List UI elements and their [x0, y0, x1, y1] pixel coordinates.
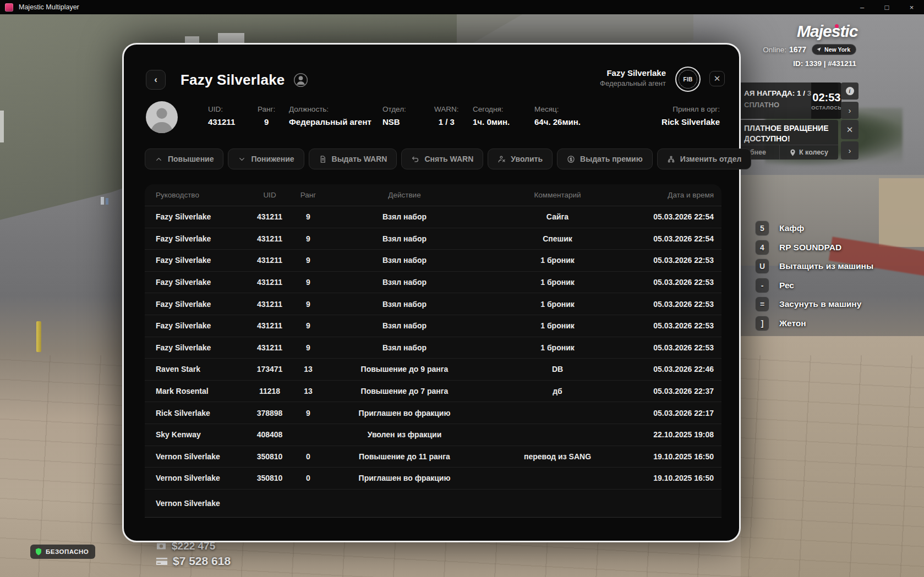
profile-field-label: UID: — [208, 105, 235, 113]
cell-uid: 431211 — [245, 212, 294, 221]
info-icon: i — [846, 87, 854, 95]
table-body: Fazy Silverlake4312119Взял наборСайга05.… — [145, 206, 721, 517]
reward-subtitle: СПЛАТНО — [744, 101, 811, 109]
table-row: Vernon Silverlake3508100Повышение до 11 … — [145, 446, 721, 468]
keybind-label: Вытащить из машины — [779, 261, 873, 271]
wheel-close-button[interactable]: ✕ — [841, 120, 859, 139]
member-name: Fazy Silverlake — [600, 68, 666, 78]
column-header: Комментарий — [487, 191, 628, 199]
cash-icon — [156, 542, 167, 551]
cell-rank: 9 — [294, 321, 322, 330]
column-header: UID — [245, 191, 294, 199]
safe-zone-badge: БЕЗОПАСНО — [30, 545, 95, 559]
column-header: Ранг — [294, 191, 322, 199]
yellow-pole — [36, 321, 41, 352]
profile-field: WARN:1 / 3 — [434, 105, 459, 127]
fib-emblem: FIB — [675, 67, 701, 92]
wheel-next-button[interactable]: › — [841, 141, 859, 160]
server-badge[interactable]: New York — [812, 44, 856, 55]
bank-card-icon — [156, 557, 168, 566]
accepted-by-label: Принял в орг: — [661, 105, 720, 113]
cell-uid: 431211 — [245, 343, 294, 352]
timer-value: 02:53 — [812, 91, 840, 104]
cell-uid: 378898 — [245, 409, 294, 417]
reward-timer: 02:53 ОСТАЛОСЬ — [811, 83, 841, 119]
table-row: Fazy Silverlake4312119Взял набор1 броник… — [145, 272, 721, 294]
hierarchy-icon — [667, 155, 675, 163]
keybind-row: UВытащить из машины — [755, 259, 873, 274]
cell-leader: Fazy Silverlake — [145, 278, 245, 287]
back-button[interactable]: ‹ — [146, 70, 166, 90]
table-row: Mark Rosental1121813Повышение до 7 ранга… — [145, 381, 721, 403]
keybind-label: Рес — [779, 281, 794, 290]
close-window-button[interactable]: × — [899, 0, 924, 14]
cell-rank: 13 — [294, 365, 322, 373]
cell-action: Повышение до 11 ранга — [322, 452, 487, 461]
profile-field: Отдел:NSB — [382, 105, 406, 127]
chevron-down-icon — [238, 155, 246, 163]
profile-field-label: Ранг: — [258, 105, 275, 113]
maximize-button[interactable]: □ — [874, 0, 899, 14]
keybind-label: RP SOUNDPAD — [779, 243, 841, 252]
change-department-button[interactable]: Изменить отдел — [657, 149, 752, 169]
action-button-label: Уволить — [511, 155, 543, 163]
online-label: Online: — [763, 46, 786, 54]
accepted-by-field: Принял в орг: Rick Silverlake — [661, 105, 720, 127]
profile-row: Принял в орг: Rick Silverlake UID:431211… — [146, 101, 720, 135]
demote-button[interactable]: Понижение — [228, 149, 304, 169]
table-row: Vernon Silverlake3508100Приглашен во фра… — [145, 468, 721, 490]
pedestrian — [106, 198, 108, 205]
cell-datetime: 05.03.2026 22:53 — [628, 321, 721, 330]
profile-field: Должность:Федеральный агент — [289, 105, 371, 127]
cell-comment: Сайга — [487, 212, 628, 221]
cell-leader: Fazy Silverlake — [145, 212, 245, 221]
profile-field-value: 64ч. 26мин. — [534, 117, 581, 127]
cell-datetime: 05.03.2026 22:53 — [628, 343, 721, 352]
cell-rank: 9 — [294, 409, 322, 417]
panel-close-button[interactable]: ✕ — [709, 71, 725, 86]
action-button-label: Снять WARN — [424, 155, 473, 163]
cell-comment: Спешик — [487, 234, 628, 243]
cell-datetime: 19.10.2025 16:50 — [628, 452, 721, 461]
cell-leader: Mark Rosental — [145, 387, 245, 395]
table-row: Fazy Silverlake4312119Взял набор1 броник… — [145, 293, 721, 315]
cell-leader: Vernon Silverlake — [145, 474, 245, 482]
cell-uid: 173471 — [245, 365, 294, 373]
cell-uid: 408408 — [245, 430, 294, 439]
give-bonus-button[interactable]: Выдать премию — [557, 149, 653, 169]
cell-uid: 431211 — [245, 321, 294, 330]
cell-action: Взял набор — [322, 278, 487, 287]
profile-field-label: WARN: — [434, 105, 459, 113]
cell-action: Взял набор — [322, 212, 487, 221]
cell-action: Взял набор — [322, 300, 487, 309]
shield-icon — [35, 548, 42, 556]
app-icon — [5, 3, 13, 12]
profile-field-label: Отдел: — [382, 105, 406, 113]
server-name: New York — [824, 46, 850, 53]
promote-button[interactable]: Повышение — [145, 149, 223, 169]
table-row: Rick Silverlake3788989Приглашен во фракц… — [145, 402, 721, 424]
remove-warn-button[interactable]: Снять WARN — [401, 149, 483, 169]
background-object — [0, 111, 4, 142]
cell-action: Повышение до 7 ранга — [322, 387, 487, 395]
reward-info-button[interactable]: i — [841, 83, 859, 100]
panel-title: Fazy Silverlake — [181, 72, 285, 89]
cell-uid: 431211 — [245, 278, 294, 287]
cell-action: Взял набор — [322, 256, 487, 265]
member-panel: ‹ Fazy Silverlake Fazy Silverlake Федера… — [122, 43, 741, 542]
dollar-circle-icon — [567, 155, 575, 163]
cell-uid: 11218 — [245, 387, 294, 395]
wheel-goto-button[interactable]: К колесу — [779, 145, 838, 160]
give-warn-button[interactable]: Выдать WARN — [309, 149, 397, 169]
faction-log-table: РуководствоUIDРангДействиеКомментарийДат… — [145, 184, 721, 518]
minimize-button[interactable]: – — [850, 0, 874, 14]
fire-button[interactable]: Уволить — [488, 149, 553, 169]
table-row: Fazy Silverlake4312119Взял набор1 броник… — [145, 337, 721, 359]
action-button-label: Повышение — [168, 155, 214, 163]
key-badge: U — [755, 259, 769, 274]
reward-next-button[interactable]: › — [841, 102, 859, 119]
timer-label: ОСТАЛОСЬ — [811, 105, 841, 111]
cell-leader: Fazy Silverlake — [145, 343, 245, 352]
key-badge: = — [755, 296, 769, 312]
cell-datetime: 05.03.2026 22:37 — [628, 387, 721, 395]
